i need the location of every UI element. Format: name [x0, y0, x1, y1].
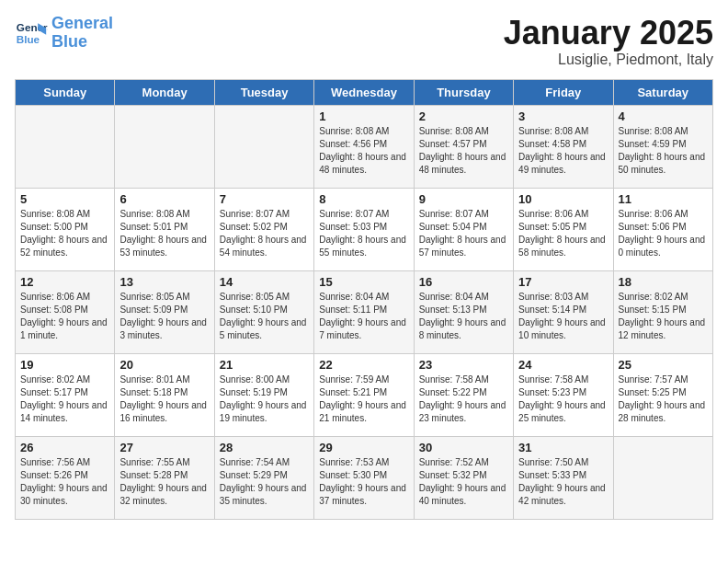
- day-number: 3: [518, 109, 608, 123]
- day-info: Sunrise: 8:08 AM Sunset: 4:56 PM Dayligh…: [319, 125, 408, 177]
- day-info: Sunrise: 8:08 AM Sunset: 4:59 PM Dayligh…: [619, 125, 708, 177]
- calendar-cell: 16Sunrise: 8:04 AM Sunset: 5:13 PM Dayli…: [414, 270, 513, 353]
- calendar-subtitle: Lusiglie, Piedmont, Italy: [504, 52, 713, 68]
- day-info: Sunrise: 7:56 AM Sunset: 5:26 PM Dayligh…: [20, 456, 109, 508]
- calendar-week-4: 19Sunrise: 8:02 AM Sunset: 5:17 PM Dayli…: [16, 353, 713, 436]
- day-number: 8: [319, 192, 408, 206]
- calendar-cell: 6Sunrise: 8:08 AM Sunset: 5:01 PM Daylig…: [115, 188, 214, 270]
- day-info: Sunrise: 7:50 AM Sunset: 5:33 PM Dayligh…: [518, 456, 608, 508]
- day-number: 2: [419, 109, 508, 123]
- day-info: Sunrise: 7:55 AM Sunset: 5:28 PM Dayligh…: [119, 456, 209, 508]
- calendar-table: SundayMondayTuesdayWednesdayThursdayFrid…: [15, 79, 713, 520]
- calendar-cell: 3Sunrise: 8:08 AM Sunset: 4:58 PM Daylig…: [514, 105, 613, 188]
- day-info: Sunrise: 8:06 AM Sunset: 5:08 PM Dayligh…: [20, 291, 109, 342]
- logo: General Blue General Blue: [15, 15, 113, 52]
- day-info: Sunrise: 8:08 AM Sunset: 5:01 PM Dayligh…: [119, 208, 209, 259]
- day-number: 14: [220, 275, 309, 289]
- day-number: 5: [20, 192, 109, 206]
- weekday-header-saturday: Saturday: [613, 79, 712, 105]
- calendar-week-3: 12Sunrise: 8:06 AM Sunset: 5:08 PM Dayli…: [16, 270, 713, 353]
- day-number: 20: [119, 358, 209, 372]
- calendar-cell: [613, 436, 712, 519]
- calendar-cell: 21Sunrise: 8:00 AM Sunset: 5:19 PM Dayli…: [214, 353, 313, 436]
- weekday-header-monday: Monday: [115, 79, 214, 105]
- day-number: 29: [319, 441, 408, 454]
- logo-icon: General Blue: [15, 17, 48, 50]
- day-number: 7: [220, 192, 309, 206]
- day-info: Sunrise: 8:04 AM Sunset: 5:13 PM Dayligh…: [419, 291, 508, 342]
- day-info: Sunrise: 8:01 AM Sunset: 5:18 PM Dayligh…: [119, 373, 209, 425]
- day-info: Sunrise: 7:53 AM Sunset: 5:30 PM Dayligh…: [319, 456, 408, 508]
- logo-text-line1: General: [51, 15, 113, 33]
- day-info: Sunrise: 7:59 AM Sunset: 5:21 PM Dayligh…: [319, 373, 408, 425]
- calendar-header: SundayMondayTuesdayWednesdayThursdayFrid…: [16, 79, 713, 105]
- day-info: Sunrise: 8:00 AM Sunset: 5:19 PM Dayligh…: [220, 373, 309, 425]
- day-number: 24: [518, 358, 608, 372]
- calendar-cell: 13Sunrise: 8:05 AM Sunset: 5:09 PM Dayli…: [115, 270, 214, 353]
- calendar-title: January 2025: [504, 15, 713, 52]
- calendar-cell: 9Sunrise: 8:07 AM Sunset: 5:04 PM Daylig…: [414, 188, 513, 270]
- day-number: 15: [319, 275, 408, 289]
- day-info: Sunrise: 8:08 AM Sunset: 4:58 PM Dayligh…: [518, 125, 608, 177]
- day-number: 1: [319, 109, 408, 123]
- calendar-cell: 4Sunrise: 8:08 AM Sunset: 4:59 PM Daylig…: [613, 105, 712, 188]
- calendar-cell: 31Sunrise: 7:50 AM Sunset: 5:33 PM Dayli…: [514, 436, 613, 519]
- day-info: Sunrise: 8:05 AM Sunset: 5:09 PM Dayligh…: [119, 291, 209, 342]
- day-info: Sunrise: 7:54 AM Sunset: 5:29 PM Dayligh…: [220, 456, 309, 508]
- day-info: Sunrise: 8:08 AM Sunset: 5:00 PM Dayligh…: [20, 208, 109, 259]
- day-info: Sunrise: 8:02 AM Sunset: 5:15 PM Dayligh…: [619, 291, 708, 342]
- weekday-header-tuesday: Tuesday: [214, 79, 313, 105]
- day-number: 17: [518, 275, 608, 289]
- calendar-cell: 30Sunrise: 7:52 AM Sunset: 5:32 PM Dayli…: [414, 436, 513, 519]
- calendar-cell: 12Sunrise: 8:06 AM Sunset: 5:08 PM Dayli…: [16, 270, 115, 353]
- day-info: Sunrise: 8:06 AM Sunset: 5:05 PM Dayligh…: [518, 208, 608, 259]
- calendar-cell: 25Sunrise: 7:57 AM Sunset: 5:25 PM Dayli…: [613, 353, 712, 436]
- day-number: 30: [419, 441, 508, 454]
- svg-text:Blue: Blue: [17, 33, 40, 45]
- calendar-cell: 24Sunrise: 7:58 AM Sunset: 5:23 PM Dayli…: [514, 353, 613, 436]
- weekday-header-sunday: Sunday: [16, 79, 115, 105]
- calendar-week-2: 5Sunrise: 8:08 AM Sunset: 5:00 PM Daylig…: [16, 188, 713, 270]
- day-info: Sunrise: 8:08 AM Sunset: 4:57 PM Dayligh…: [419, 125, 508, 177]
- day-info: Sunrise: 7:57 AM Sunset: 5:25 PM Dayligh…: [619, 373, 708, 425]
- calendar-cell: 27Sunrise: 7:55 AM Sunset: 5:28 PM Dayli…: [115, 436, 214, 519]
- calendar-cell: 20Sunrise: 8:01 AM Sunset: 5:18 PM Dayli…: [115, 353, 214, 436]
- calendar-cell: 14Sunrise: 8:05 AM Sunset: 5:10 PM Dayli…: [214, 270, 313, 353]
- calendar-cell: 18Sunrise: 8:02 AM Sunset: 5:15 PM Dayli…: [613, 270, 712, 353]
- day-number: 28: [220, 441, 309, 454]
- day-info: Sunrise: 8:05 AM Sunset: 5:10 PM Dayligh…: [220, 291, 309, 342]
- day-number: 19: [20, 358, 109, 372]
- calendar-cell: 1Sunrise: 8:08 AM Sunset: 4:56 PM Daylig…: [314, 105, 414, 188]
- day-number: 23: [419, 358, 508, 372]
- day-number: 11: [619, 192, 708, 206]
- day-number: 25: [619, 358, 708, 372]
- calendar-body: 1Sunrise: 8:08 AM Sunset: 4:56 PM Daylig…: [16, 105, 713, 519]
- logo-text-line2: Blue: [51, 33, 113, 52]
- calendar-cell: 10Sunrise: 8:06 AM Sunset: 5:05 PM Dayli…: [514, 188, 613, 270]
- calendar-cell: 8Sunrise: 8:07 AM Sunset: 5:03 PM Daylig…: [314, 188, 414, 270]
- day-info: Sunrise: 8:04 AM Sunset: 5:11 PM Dayligh…: [319, 291, 408, 342]
- calendar-cell: 15Sunrise: 8:04 AM Sunset: 5:11 PM Dayli…: [314, 270, 414, 353]
- day-info: Sunrise: 7:58 AM Sunset: 5:22 PM Dayligh…: [419, 373, 508, 425]
- day-number: 6: [119, 192, 209, 206]
- day-number: 27: [119, 441, 209, 454]
- calendar-cell: 29Sunrise: 7:53 AM Sunset: 5:30 PM Dayli…: [314, 436, 414, 519]
- calendar-cell: 5Sunrise: 8:08 AM Sunset: 5:00 PM Daylig…: [16, 188, 115, 270]
- calendar-week-1: 1Sunrise: 8:08 AM Sunset: 4:56 PM Daylig…: [16, 105, 713, 188]
- calendar-cell: 19Sunrise: 8:02 AM Sunset: 5:17 PM Dayli…: [16, 353, 115, 436]
- title-block: January 2025 Lusiglie, Piedmont, Italy: [504, 15, 713, 68]
- day-number: 9: [419, 192, 508, 206]
- day-number: 4: [619, 109, 708, 123]
- calendar-cell: 23Sunrise: 7:58 AM Sunset: 5:22 PM Dayli…: [414, 353, 513, 436]
- calendar-cell: 11Sunrise: 8:06 AM Sunset: 5:06 PM Dayli…: [613, 188, 712, 270]
- page-header: General Blue General Blue January 2025 L…: [15, 15, 713, 68]
- day-number: 22: [319, 358, 408, 372]
- weekday-header-thursday: Thursday: [414, 79, 513, 105]
- day-info: Sunrise: 7:58 AM Sunset: 5:23 PM Dayligh…: [518, 373, 608, 425]
- calendar-week-5: 26Sunrise: 7:56 AM Sunset: 5:26 PM Dayli…: [16, 436, 713, 519]
- calendar-cell: 22Sunrise: 7:59 AM Sunset: 5:21 PM Dayli…: [314, 353, 414, 436]
- weekday-row: SundayMondayTuesdayWednesdayThursdayFrid…: [16, 79, 713, 105]
- calendar-cell: [214, 105, 313, 188]
- day-info: Sunrise: 8:07 AM Sunset: 5:03 PM Dayligh…: [319, 208, 408, 259]
- calendar-cell: [115, 105, 214, 188]
